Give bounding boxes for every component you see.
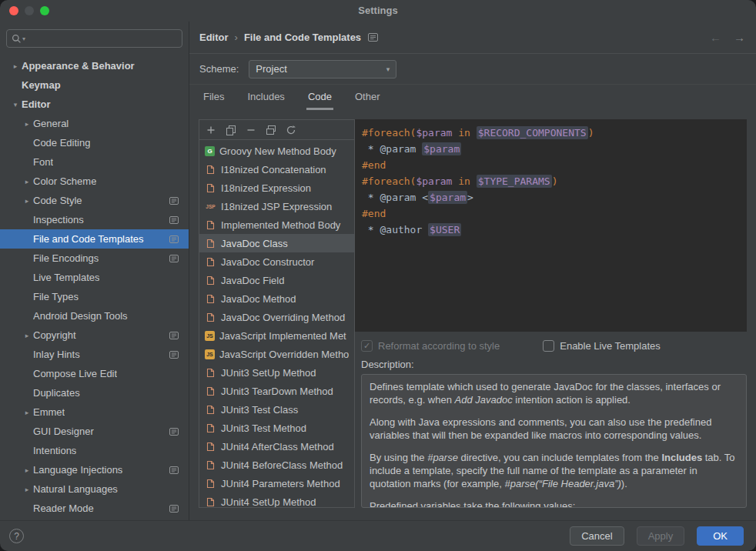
sidebar-item-emmet[interactable]: ▸ Emmet <box>0 402 189 422</box>
window-title: Settings <box>0 0 756 22</box>
sidebar-item-label: Keymap <box>22 79 61 91</box>
sidebar-item-editor[interactable]: ▾ Editor <box>0 95 189 114</box>
monitor-icon <box>169 255 179 262</box>
chevron-icon[interactable]: ▸ <box>21 466 33 474</box>
breadcrumb-editor[interactable]: Editor <box>199 32 229 43</box>
template-item-junit4-setup-method[interactable]: JUnit4 SetUp Method <box>199 493 354 507</box>
sidebar-item-gui-designer[interactable]: GUI Designer <box>0 422 189 441</box>
sidebar-item-code-style[interactable]: ▸ Code Style <box>0 191 189 210</box>
sidebar-item-reader-mode[interactable]: Reader Mode <box>0 499 189 518</box>
sidebar-item-inspections[interactable]: Inspections <box>0 210 189 229</box>
code-line: #foreach($param in $RECORD_COMPONENTS) <box>362 125 747 141</box>
live-templates-label[interactable]: Enable Live Templates <box>560 340 661 352</box>
sidebar-item-duplicates[interactable]: Duplicates <box>0 383 189 402</box>
back-button[interactable]: ← <box>710 31 721 44</box>
forward-button[interactable]: → <box>734 31 745 44</box>
tab-includes[interactable]: Includes <box>246 85 286 110</box>
template-file-icon <box>205 386 216 396</box>
sidebar-item-file-types[interactable]: File Types <box>0 287 189 306</box>
search-history-chevron-icon: ▾ <box>22 35 25 42</box>
sidebar-item-language-injections[interactable]: ▸ Language Injections <box>0 460 189 479</box>
template-item-implemented-method-body[interactable]: Implemented Method Body <box>199 215 354 234</box>
template-item-i18nized-concatenation[interactable]: I18nized Concatenation <box>199 160 354 179</box>
chevron-icon[interactable]: ▸ <box>21 197 33 205</box>
template-item-javadoc-method[interactable]: JavaDoc Method <box>199 289 354 308</box>
template-file-icon <box>205 183 216 193</box>
template-item-i18nized-expression[interactable]: I18nized Expression <box>199 179 354 197</box>
search-input[interactable] <box>28 32 177 45</box>
copy-icon[interactable] <box>226 125 236 135</box>
chevron-icon[interactable]: ▸ <box>21 409 33 416</box>
scheme-select[interactable]: Project ▾ <box>249 60 396 78</box>
description-paragraph: By using the #parse directive, you can i… <box>370 451 738 490</box>
template-item-junit3-test-method[interactable]: JUnit3 Test Method <box>199 419 354 437</box>
reformat-checkbox[interactable]: ✓ <box>361 340 373 352</box>
reset-icon[interactable] <box>286 125 296 135</box>
sidebar-item-live-templates[interactable]: Live Templates <box>0 268 189 287</box>
cancel-button[interactable]: Cancel <box>570 526 624 546</box>
chevron-icon[interactable]: ▸ <box>21 332 33 339</box>
template-list: G Groovy New Method Body I18nized Concat… <box>199 140 354 507</box>
history-nav: ← → <box>710 31 745 44</box>
template-label: I18nized Concatenation <box>221 164 326 175</box>
template-item-javadoc-field[interactable]: JavaDoc Field <box>199 271 354 289</box>
sidebar-item-intentions[interactable]: Intentions <box>0 441 189 460</box>
chevron-icon[interactable]: ▾ <box>9 101 22 109</box>
sidebar-item-compose-live-edit[interactable]: Compose Live Edit <box>0 364 189 383</box>
js-file-icon: JS <box>205 349 215 359</box>
sidebar-item-android-design-tools[interactable]: Android Design Tools <box>0 306 189 326</box>
template-label: JavaDoc Overriding Method <box>221 312 345 323</box>
template-item-junit3-test-class[interactable]: JUnit3 Test Class <box>199 400 354 419</box>
live-templates-checkbox[interactable]: ✓ <box>543 340 554 352</box>
breadcrumb: Editor › File and Code Templates ← → <box>189 22 756 54</box>
sidebar-item-keymap[interactable]: Keymap <box>0 75 189 95</box>
template-item-groovy-new-method-body[interactable]: G Groovy New Method Body <box>199 142 354 160</box>
tab-files[interactable]: Files <box>202 85 226 110</box>
template-item-javascript-overridden-metho[interactable]: JS JavaScript Overridden Metho <box>199 345 354 363</box>
template-toolbar <box>199 120 354 140</box>
tab-code[interactable]: Code <box>306 85 333 110</box>
template-item-i18nized-jsp-expression[interactable]: JSP I18nized JSP Expression <box>199 197 354 215</box>
apply-button[interactable]: Apply <box>637 526 685 546</box>
template-item-junit4-parameters-method[interactable]: JUnit4 Parameters Method <box>199 474 354 493</box>
sidebar-item-natural-languages[interactable]: ▸ Natural Languages <box>0 479 189 499</box>
template-item-javadoc-class[interactable]: JavaDoc Class <box>199 234 354 252</box>
sidebar-item-inlay-hints[interactable]: Inlay Hints <box>0 345 189 364</box>
chevron-icon[interactable]: ▸ <box>21 120 33 128</box>
check-icon: ✓ <box>363 341 370 351</box>
template-item-junit3-teardown-method[interactable]: JUnit3 TearDown Method <box>199 382 354 400</box>
chevron-icon[interactable]: ▸ <box>21 486 33 493</box>
sidebar-item-file-and-code-templates[interactable]: File and Code Templates <box>0 229 189 249</box>
template-item-javadoc-constructor[interactable]: JavaDoc Constructor <box>199 252 354 271</box>
template-label: JUnit4 SetUp Method <box>221 496 316 508</box>
search-icon <box>12 34 22 44</box>
remove-icon[interactable] <box>246 125 256 135</box>
template-editor[interactable]: #foreach($param in $RECORD_COMPONENTS) *… <box>355 119 747 332</box>
template-item-junit3-setup-method[interactable]: JUnit3 SetUp Method <box>199 363 354 382</box>
tab-other[interactable]: Other <box>353 85 382 110</box>
add-icon[interactable] <box>206 125 216 135</box>
help-button[interactable]: ? <box>9 529 24 543</box>
template-label: JUnit3 SetUp Method <box>221 367 316 379</box>
sidebar-item-font[interactable]: Font <box>0 152 189 172</box>
monitor-icon <box>169 235 179 243</box>
sidebar-item-color-scheme[interactable]: ▸ Color Scheme <box>0 172 189 191</box>
duplicate-icon[interactable] <box>266 125 276 135</box>
template-item-javadoc-overriding-method[interactable]: JavaDoc Overriding Method <box>199 308 354 326</box>
template-item-javascript-implemented-met[interactable]: JS JavaScript Implemented Met <box>199 326 354 345</box>
sidebar-item-general[interactable]: ▸ General <box>0 114 189 133</box>
sidebar-item-appearance-behavior[interactable]: ▸ Appearance & Behavior <box>0 56 189 75</box>
chevron-icon[interactable]: ▸ <box>21 178 33 185</box>
scheme-label: Scheme: <box>199 63 239 75</box>
template-label: Implemented Method Body <box>221 219 340 231</box>
template-item-junit4-beforeclass-method[interactable]: JUnit4 BeforeClass Method <box>199 456 354 474</box>
sidebar-item-file-encodings[interactable]: File Encodings <box>0 249 189 268</box>
chevron-icon[interactable]: ▸ <box>9 62 22 70</box>
sidebar-item-copyright[interactable]: ▸ Copyright <box>0 326 189 345</box>
footer-buttons: Cancel Apply OK <box>570 526 744 546</box>
sidebar-item-code-editing[interactable]: Code Editing <box>0 133 189 152</box>
template-item-junit4-afterclass-method[interactable]: JUnit4 AfterClass Method <box>199 437 354 456</box>
ok-button[interactable]: OK <box>697 526 744 546</box>
reformat-label: Reformat according to style <box>378 340 500 352</box>
settings-search[interactable]: ▾ <box>6 29 182 48</box>
